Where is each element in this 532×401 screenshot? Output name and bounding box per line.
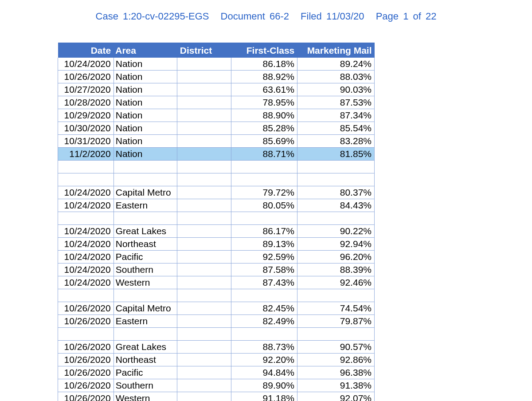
cell-marketing: 90.22%: [297, 225, 374, 238]
blank-cell: [113, 161, 177, 173]
cell-date: 11/2/2020: [58, 148, 114, 161]
cell-area: Nation: [113, 122, 177, 135]
cell-district: [177, 71, 231, 83]
blank-cell: [177, 289, 231, 302]
table-row: 10/26/2020Great Lakes88.73%90.57%: [58, 341, 375, 354]
cell-firstclass: 89.13%: [231, 238, 297, 251]
cell-marketing: 92.46%: [297, 276, 374, 289]
blank-cell: [58, 173, 114, 186]
cell-area: Great Lakes: [113, 225, 177, 238]
blank-cell: [113, 173, 177, 186]
cell-district: [177, 199, 231, 212]
cell-area: Capital Metro: [113, 186, 177, 199]
cell-marketing: 96.38%: [297, 366, 374, 379]
table-body: 10/24/2020Nation86.18%89.24%10/26/2020Na…: [58, 58, 375, 401]
cell-date: 10/24/2020: [58, 263, 114, 276]
cell-firstclass: 87.43%: [231, 276, 297, 289]
cell-date: 10/26/2020: [58, 379, 114, 392]
cell-district: [177, 379, 231, 392]
cell-date: 10/24/2020: [58, 251, 114, 263]
cell-area: Northeast: [113, 354, 177, 366]
cell-firstclass: 86.17%: [231, 225, 297, 238]
table-row: 10/24/2020Southern87.58%88.39%: [58, 263, 375, 276]
cell-district: [177, 225, 231, 238]
blank-cell: [231, 212, 297, 225]
cell-date: 10/26/2020: [58, 315, 114, 328]
cell-district: [177, 109, 231, 122]
cell-area: Pacific: [113, 251, 177, 263]
blank-cell: [58, 161, 114, 173]
blank-cell: [231, 161, 297, 173]
cell-area: Western: [113, 276, 177, 289]
cell-date: 10/30/2020: [58, 122, 114, 135]
cell-firstclass: 88.73%: [231, 341, 297, 354]
cell-marketing: 87.34%: [297, 109, 374, 122]
blank-cell: [297, 328, 374, 341]
table-row: [58, 289, 375, 302]
cell-date: 10/24/2020: [58, 225, 114, 238]
blank-cell: [297, 161, 374, 173]
cell-date: 10/24/2020: [58, 276, 114, 289]
table-row: 10/30/2020Nation85.28%85.54%: [58, 122, 375, 135]
blank-cell: [231, 173, 297, 186]
cell-marketing: 84.43%: [297, 199, 374, 212]
cell-area: Southern: [113, 379, 177, 392]
blank-cell: [113, 212, 177, 225]
cell-date: 10/24/2020: [58, 199, 114, 212]
table-row: 10/29/2020Nation88.90%87.34%: [58, 109, 375, 122]
cell-area: Western: [113, 392, 177, 401]
cell-area: Capital Metro: [113, 302, 177, 315]
col-date-header: Date: [58, 43, 114, 58]
cell-district: [177, 96, 231, 109]
cell-district: [177, 315, 231, 328]
table-row: [58, 161, 375, 173]
cell-firstclass: 91.18%: [231, 392, 297, 401]
cell-date: 10/31/2020: [58, 135, 114, 148]
cell-district: [177, 58, 231, 71]
table-row: [58, 328, 375, 341]
blank-cell: [58, 328, 114, 341]
cell-marketing: 88.03%: [297, 71, 374, 83]
table-row: 10/26/2020Eastern82.49%79.87%: [58, 315, 375, 328]
cell-date: 10/26/2020: [58, 366, 114, 379]
blank-cell: [297, 173, 374, 186]
cell-date: 10/24/2020: [58, 238, 114, 251]
cell-area: Pacific: [113, 366, 177, 379]
table-row: [58, 212, 375, 225]
cell-district: [177, 251, 231, 263]
cell-firstclass: 78.95%: [231, 96, 297, 109]
table-row: 10/26/2020Pacific94.84%96.38%: [58, 366, 375, 379]
page-indicator: Page 1 of 22: [376, 11, 437, 22]
blank-cell: [231, 328, 297, 341]
table-row: 10/24/2020Northeast89.13%92.94%: [58, 238, 375, 251]
cell-marketing: 74.54%: [297, 302, 374, 315]
cell-marketing: 83.28%: [297, 135, 374, 148]
cell-marketing: 89.24%: [297, 58, 374, 71]
cell-date: 10/26/2020: [58, 341, 114, 354]
blank-cell: [177, 173, 231, 186]
cell-district: [177, 302, 231, 315]
cell-marketing: 96.20%: [297, 251, 374, 263]
cell-area: Nation: [113, 96, 177, 109]
cell-district: [177, 122, 231, 135]
table-row: 11/2/2020Nation88.71%81.85%: [58, 148, 375, 161]
cell-firstclass: 85.28%: [231, 122, 297, 135]
table-row: 10/24/2020Eastern80.05%84.43%: [58, 199, 375, 212]
cell-date: 10/26/2020: [58, 71, 114, 83]
table-row: 10/27/2020Nation63.61%90.03%: [58, 83, 375, 96]
cell-date: 10/24/2020: [58, 58, 114, 71]
data-table: Date Area District First-Class Marketing…: [58, 43, 375, 401]
cell-marketing: 79.87%: [297, 315, 374, 328]
cell-area: Eastern: [113, 315, 177, 328]
table-row: 10/31/2020Nation85.69%83.28%: [58, 135, 375, 148]
cell-district: [177, 354, 231, 366]
cell-firstclass: 80.05%: [231, 199, 297, 212]
table-row: 10/24/2020Western87.43%92.46%: [58, 276, 375, 289]
cell-area: Nation: [113, 83, 177, 96]
cell-district: [177, 186, 231, 199]
cell-area: Nation: [113, 109, 177, 122]
table-row: 10/26/2020Southern89.90%91.38%: [58, 379, 375, 392]
blank-cell: [113, 328, 177, 341]
table-row: 10/26/2020Nation88.92%88.03%: [58, 71, 375, 83]
table-row: 10/24/2020Great Lakes86.17%90.22%: [58, 225, 375, 238]
